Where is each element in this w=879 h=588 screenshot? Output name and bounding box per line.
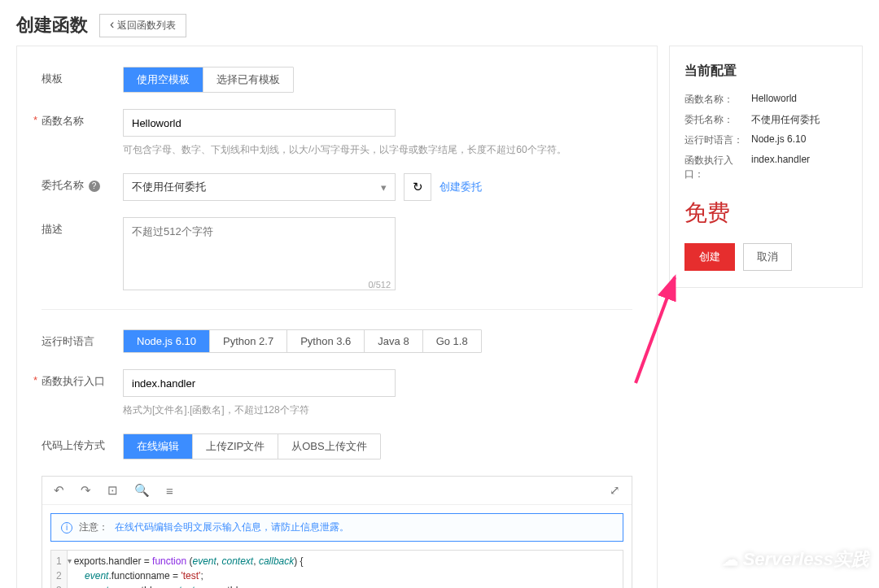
page-title: 创建函数 (16, 13, 88, 37)
side-title: 当前配置 (684, 63, 847, 80)
cancel-button[interactable]: 取消 (743, 243, 792, 271)
function-name-hint: 可包含字母、数字、下划线和中划线，以大/小写字母开头，以字母或数字结尾，长度不超… (123, 143, 632, 157)
form-card: 模板 使用空模板 选择已有模板 函数名称 可包含字母、数字、下划线和中划线，以大… (16, 46, 658, 588)
chevron-left-icon (110, 20, 114, 31)
refresh-icon: ↻ (413, 180, 423, 194)
agency-select[interactable]: 不使用任何委托 (123, 173, 396, 201)
side-name-label: 函数名称： (684, 93, 751, 107)
create-agency-link[interactable]: 创建委托 (440, 180, 482, 194)
runtime-opt-java8[interactable]: Java 8 (365, 330, 422, 352)
side-runtime-label: 运行时语言： (684, 133, 751, 147)
config-summary-card: 当前配置 函数名称：Helloworld 委托名称：不使用任何委托 运行时语言：… (669, 46, 863, 288)
side-handler-value: index.handler (751, 154, 810, 181)
runtime-opt-py36[interactable]: Python 3.6 (287, 330, 365, 352)
expand-icon[interactable]: ⤢ (610, 483, 620, 498)
runtime-segment: Node.js 6.10 Python 2.7 Python 3.6 Java … (123, 329, 482, 353)
create-button[interactable]: 创建 (684, 243, 735, 271)
handler-input[interactable] (123, 369, 396, 397)
info-icon: i (61, 522, 72, 534)
handler-hint: 格式为[文件名].[函数名]，不超过128个字符 (123, 403, 632, 417)
refresh-button[interactable]: ↻ (404, 173, 431, 201)
code-gutter: 123456 (51, 551, 68, 588)
comment-icon[interactable]: ⊡ (107, 483, 118, 498)
code-content[interactable]: exports.handler = function (event, conte… (68, 551, 310, 588)
free-badge: 免费 (684, 198, 847, 229)
editor-notice: i 注意： 在线代码编辑会明文展示输入信息，请防止信息泄露。 (50, 513, 623, 542)
search-icon[interactable]: 🔍 (134, 483, 150, 498)
label-description: 描述 (42, 217, 123, 293)
description-textarea[interactable] (123, 217, 396, 290)
side-runtime-value: Node.js 6.10 (751, 133, 806, 147)
notice-label: 注意： (79, 520, 108, 534)
upload-opt-zip[interactable]: 上传ZIP文件 (193, 434, 278, 459)
function-name-input[interactable] (123, 109, 396, 137)
format-icon[interactable]: ≡ (166, 484, 173, 498)
upload-opt-online[interactable]: 在线编辑 (124, 434, 193, 459)
divider (42, 309, 632, 310)
label-function-name: 函数名称 (42, 109, 123, 157)
runtime-opt-nodejs[interactable]: Node.js 6.10 (124, 330, 210, 352)
chevron-down-icon (381, 181, 387, 194)
back-button[interactable]: 返回函数列表 (99, 14, 186, 37)
label-handler: 函数执行入口 (42, 369, 123, 417)
code-editor: ↶ ↷ ⊡ 🔍 ≡ ⤢ i 注意： 在线代码编辑会明文展示输入信息，请防止信息泄… (42, 476, 632, 588)
label-runtime: 运行时语言 (42, 329, 123, 353)
label-template: 模板 (42, 67, 123, 93)
upload-segment: 在线编辑 上传ZIP文件 从OBS上传文件 (123, 433, 381, 460)
side-handler-label: 函数执行入口： (684, 154, 751, 181)
runtime-opt-go[interactable]: Go 1.8 (423, 330, 481, 352)
agency-select-value: 不使用任何委托 (132, 180, 206, 194)
back-button-label: 返回函数列表 (117, 19, 176, 33)
redo-icon[interactable]: ↷ (81, 483, 91, 498)
template-opt-blank[interactable]: 使用空模板 (124, 68, 203, 92)
template-opt-existing[interactable]: 选择已有模板 (203, 68, 293, 92)
code-area[interactable]: 123456 exports.handler = function (event… (50, 550, 623, 588)
side-name-value: Helloworld (751, 93, 797, 107)
label-agency: 委托名称 ? (42, 173, 123, 201)
editor-toolbar: ↶ ↷ ⊡ 🔍 ≡ ⤢ (42, 477, 632, 505)
notice-text: 在线代码编辑会明文展示输入信息，请防止信息泄露。 (115, 520, 349, 534)
undo-icon[interactable]: ↶ (54, 483, 64, 498)
runtime-opt-py27[interactable]: Python 2.7 (210, 330, 287, 352)
help-icon[interactable]: ? (89, 181, 100, 192)
template-segment: 使用空模板 选择已有模板 (123, 67, 294, 93)
description-counter: 0/512 (368, 280, 391, 290)
upload-opt-obs[interactable]: 从OBS上传文件 (278, 434, 379, 459)
side-agency-label: 委托名称： (684, 113, 751, 127)
side-agency-value: 不使用任何委托 (751, 113, 820, 127)
label-upload: 代码上传方式 (42, 433, 123, 460)
